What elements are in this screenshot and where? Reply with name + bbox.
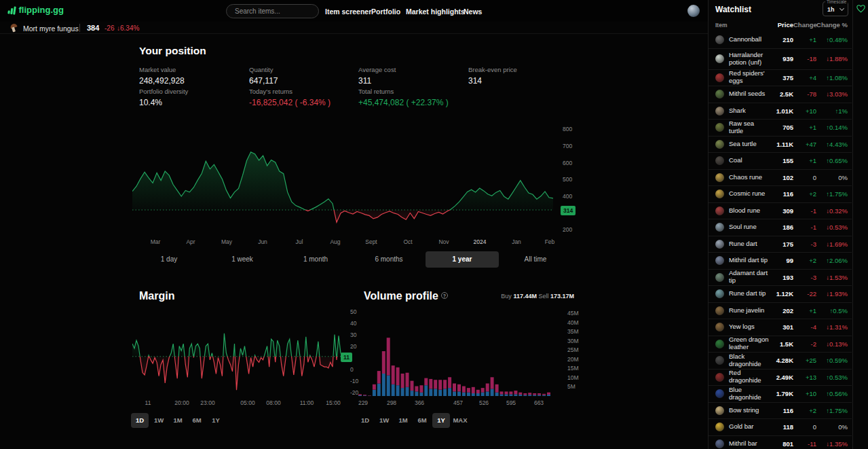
col-price: Price	[769, 21, 793, 29]
volume-range-6m[interactable]: 6M	[413, 413, 431, 428]
stat-diversity: Portfolio diversity 10.4%	[139, 88, 248, 107]
axis-tick: 45M	[567, 310, 579, 317]
price-chart[interactable]	[132, 121, 553, 238]
nav-news[interactable]: News	[464, 7, 482, 16]
item-change: +1	[793, 307, 816, 315]
timescale-select[interactable]: Timescale 1h	[823, 1, 848, 16]
axis-tick: Feb	[545, 238, 555, 245]
item-icon	[715, 273, 724, 282]
volume-range-1w[interactable]: 1W	[375, 413, 393, 428]
item-change-pct: ↑1.75%	[816, 407, 848, 414]
watchlist-row[interactable]: Black dragonhide 4.28K +25 ↑0.59%	[709, 353, 852, 370]
volume-range-1d[interactable]: 1D	[356, 413, 374, 428]
watchlist-row[interactable]: Raw sea turtle 705 +1 ↑0.14%	[709, 120, 852, 137]
margin-range-1d[interactable]: 1D	[131, 413, 149, 428]
sell-label: Sell	[538, 293, 548, 300]
watchlist-row[interactable]: Soul rune 186 -1 ↓0.53%	[709, 219, 852, 236]
watchlist-row[interactable]: Cannonball 210 +1 ↑0.48%	[709, 32, 852, 49]
item-icon	[715, 423, 724, 431]
item-change: 0	[793, 423, 816, 431]
watchlist-row[interactable]: Adamant dart tip 193 -3 ↓1.53%	[709, 270, 852, 287]
stat-value: 248,492,928	[139, 76, 248, 86]
axis-tick: 15:00	[326, 399, 340, 406]
col-item: Item	[715, 21, 769, 29]
nav-item-screener[interactable]: Item screener	[325, 7, 371, 16]
item-icon	[715, 107, 724, 115]
margin-range-1w[interactable]: 1W	[150, 413, 168, 428]
watchlist-row[interactable]: Blood rune 309 -1 ↓0.32%	[709, 203, 852, 220]
stat-label: Break-even price	[468, 66, 577, 73]
watchlist-row[interactable]: Coal 155 +1 ↑0.65%	[709, 153, 852, 170]
watchlist-row[interactable]: Bow string 116 +2 ↑1.75%	[709, 403, 852, 420]
stat-break-even: Break-even price 314	[468, 66, 577, 86]
stat-value: 647,117	[249, 76, 358, 86]
item-change: -1	[793, 223, 816, 231]
watchlist-row[interactable]: Mithril seeds 2.5K -78 ↓3.03%	[709, 86, 852, 103]
range-1-month[interactable]: 1 month	[279, 251, 352, 268]
item-icon	[715, 54, 724, 63]
watchlist-row[interactable]: Shark 1.01K +10 ↑1%	[709, 103, 852, 120]
logo[interactable]: flipping.gg	[8, 5, 64, 14]
item-icon	[715, 223, 724, 232]
item-icon	[715, 356, 724, 365]
item-name[interactable]: Mort myre fungus	[23, 24, 79, 33]
range-1-day[interactable]: 1 day	[132, 251, 206, 268]
item-price: 384	[87, 24, 99, 32]
margin-range-1y[interactable]: 1Y	[207, 413, 225, 428]
volume-range-1y[interactable]: 1Y	[432, 413, 450, 428]
volume-chart[interactable]	[358, 307, 551, 396]
watchlist-row[interactable]: Yew logs 301 -4 ↓1.31%	[709, 319, 852, 336]
item-change: +47	[793, 141, 816, 148]
search-input[interactable]: Search items...	[226, 4, 319, 18]
watchlist-header: Item Price Change Change %	[709, 21, 852, 29]
margin-range-1m[interactable]: 1M	[169, 413, 187, 428]
item-icon	[715, 73, 724, 82]
watchlist-row[interactable]: Rune javelin 202 +1 ↑0.5%	[709, 303, 852, 320]
margin-chart[interactable]	[132, 306, 343, 398]
watchlist-row[interactable]: Cosmic rune 116 +2 ↑1.75%	[709, 186, 852, 203]
axis-tick: 526	[479, 399, 489, 406]
volume-range-max[interactable]: MAX	[451, 413, 469, 428]
watchlist-row[interactable]: Gold bar 118 0 0%	[709, 419, 852, 436]
margin-range-6m[interactable]: 6M	[188, 413, 206, 428]
item-name: Rune javelin	[729, 307, 764, 315]
volume-range-1m[interactable]: 1M	[394, 413, 412, 428]
right-strip	[852, 0, 868, 449]
watchlist-row[interactable]: Harralander potion (unf) 939 -18 ↓1.88%	[709, 49, 852, 70]
stat-quantity: Quantity 647,117	[249, 66, 358, 86]
range-1-week[interactable]: 1 week	[206, 251, 279, 268]
favorites-heart-icon[interactable]	[856, 5, 865, 13]
avatar[interactable]	[687, 5, 700, 17]
item-icon	[715, 90, 724, 98]
item-change-pct: ↑0.5%	[816, 307, 848, 315]
watchlist-row[interactable]: Sea turtle 1.11K +47 ↑4.43%	[709, 137, 852, 154]
item-name: Cosmic rune	[729, 190, 765, 198]
item-price: 155	[769, 157, 793, 164]
range-all-time[interactable]: All time	[499, 251, 572, 268]
item-price: 705	[769, 124, 793, 131]
item-icon	[715, 323, 724, 331]
stat-value: 314	[468, 76, 577, 86]
item-price: 99	[769, 257, 793, 264]
watchlist-row[interactable]: Mithril bar 801 -11 ↓1.35%	[709, 436, 852, 449]
nav-portfolio[interactable]: Portfolio	[371, 7, 400, 16]
item-name: Mithril seeds	[729, 90, 765, 98]
watchlist-row[interactable]: Rune dart 175 -3 ↓1.69%	[709, 236, 852, 253]
nav-market-highlights[interactable]: Market highlights	[406, 7, 465, 16]
range-6-months[interactable]: 6 months	[352, 251, 426, 268]
margin-title: Margin	[139, 290, 174, 302]
watchlist-row[interactable]: Chaos rune 102 0 0%	[709, 170, 852, 187]
price-range-buttons: 1 day1 week1 month6 months1 yearAll time	[132, 251, 572, 268]
watchlist-row[interactable]: Blue dragonhide 1.79K +10 ↑0.56%	[709, 386, 852, 403]
watchlist-row[interactable]: Green dragon leather 1.5K -2 ↓0.13%	[709, 336, 852, 353]
watchlist-row[interactable]: Rune dart tip 1.12K -22 ↓1.93%	[709, 286, 852, 303]
watchlist-row[interactable]: Red spiders' eggs 375 +4 ↑1.08%	[709, 70, 852, 87]
watchlist-row[interactable]: Mithril dart tip 99 +2 ↑2.06%	[709, 253, 852, 270]
timescale-label: Timescale	[825, 0, 848, 4]
item-price: 116	[769, 407, 793, 414]
range-1-year[interactable]: 1 year	[426, 251, 499, 268]
item-price: 175	[769, 240, 793, 248]
axis-tick: 2024	[474, 238, 487, 245]
item-name: Yew logs	[729, 323, 755, 331]
watchlist-row[interactable]: Red dragonhide 2.49K +13 ↑0.53%	[709, 370, 852, 387]
